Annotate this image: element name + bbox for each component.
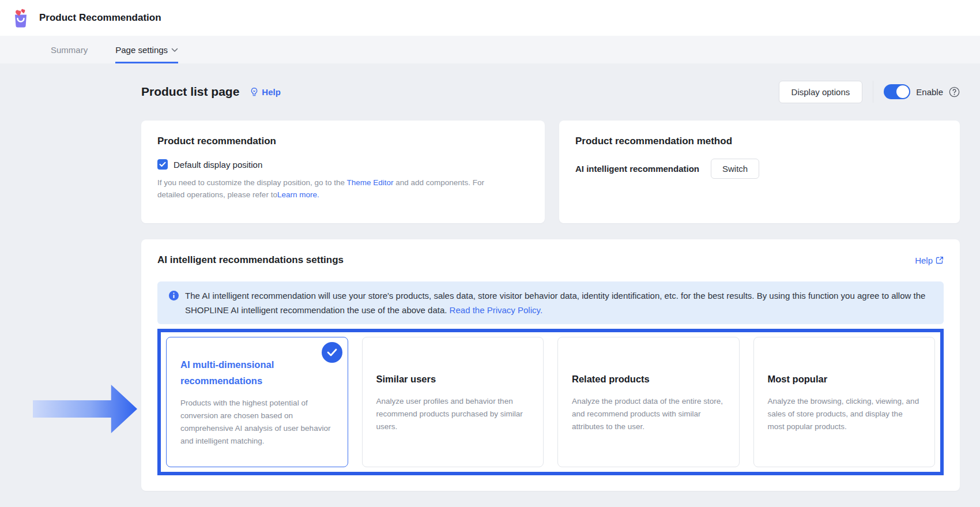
tab-summary-label: Summary xyxy=(51,45,88,55)
tab-summary[interactable]: Summary xyxy=(51,36,88,63)
tab-bar: Summary Page settings xyxy=(0,36,980,63)
learn-more-link[interactable]: Learn more. xyxy=(277,190,319,199)
recommendation-method-title: Product recommendation method xyxy=(575,136,944,147)
banner-body-text: The AI intelligent recommendation will u… xyxy=(185,291,925,315)
question-circle-icon[interactable] xyxy=(949,87,960,97)
default-position-checkbox[interactable] xyxy=(157,159,168,170)
external-link-icon xyxy=(936,256,944,264)
option-description: Analyze the product data of the entire s… xyxy=(572,395,725,433)
lightbulb-icon xyxy=(250,87,259,97)
position-description: If you need to customize the display pos… xyxy=(157,176,499,201)
option-card-related-products[interactable]: Related products Analyze the product dat… xyxy=(557,337,740,467)
ai-settings-help-link[interactable]: Help xyxy=(915,256,944,265)
ai-settings-card: AI intelligent recommendations settings … xyxy=(141,239,960,491)
ai-info-banner: The AI intelligent recommendation will u… xyxy=(157,281,944,324)
default-position-label: Default display position xyxy=(174,160,262,170)
ai-settings-title: AI intelligent recommendations settings xyxy=(157,254,344,266)
product-recommendation-card: Product recommendation Default display p… xyxy=(141,121,545,223)
app-header: Product Recommendation xyxy=(0,0,980,36)
page-help-label: Help xyxy=(262,87,281,97)
method-name: AI intelligent recommendation xyxy=(575,164,699,174)
tab-page-settings-label: Page settings xyxy=(115,45,168,55)
display-options-button[interactable]: Display options xyxy=(779,81,863,103)
page-title: Product list page xyxy=(141,85,239,99)
desc-text-1: If you need to customize the display pos… xyxy=(157,178,346,187)
privacy-policy-link[interactable]: Read the Privacy Policy. xyxy=(450,305,542,315)
option-card-similar-users[interactable]: Similar users Analyze user profiles and … xyxy=(362,337,544,467)
option-title: AI multi-dimensional recommendations xyxy=(180,356,334,389)
toggle-knob xyxy=(896,85,909,98)
enable-toggle[interactable] xyxy=(884,84,910,99)
app-title: Product Recommendation xyxy=(39,12,161,24)
check-circle-icon xyxy=(322,342,342,363)
option-description: Analyze the browsing, clicking, viewing,… xyxy=(768,395,921,433)
page-head: Product list page Help Display options E… xyxy=(141,78,960,106)
banner-text: The AI intelligent recommendation will u… xyxy=(185,288,932,317)
vertical-divider xyxy=(873,81,873,103)
switch-button[interactable]: Switch xyxy=(711,159,759,179)
recommendation-method-card: Product recommendation method AI intelli… xyxy=(559,121,960,223)
annotation-highlight-box: AI multi-dimensional recommendations Pro… xyxy=(157,329,944,475)
option-title: Most popular xyxy=(768,371,921,387)
option-title: Related products xyxy=(572,371,725,387)
product-recommendation-title: Product recommendation xyxy=(157,136,529,147)
tab-page-settings[interactable]: Page settings xyxy=(115,36,178,63)
chevron-down-icon xyxy=(171,46,178,54)
main-content: Product list page Help Display options E… xyxy=(0,63,980,491)
info-circle-icon xyxy=(169,291,179,317)
option-description: Products with the highest potential of c… xyxy=(180,397,334,448)
theme-editor-link[interactable]: Theme Editor xyxy=(346,178,393,187)
option-title: Similar users xyxy=(376,371,530,387)
option-card-most-popular[interactable]: Most popular Analyze the browsing, click… xyxy=(753,337,936,467)
ai-settings-help-label: Help xyxy=(915,256,933,265)
option-card-ai-multi-dimensional[interactable]: AI multi-dimensional recommendations Pro… xyxy=(166,337,348,467)
enable-label: Enable xyxy=(916,87,943,97)
app-logo-icon xyxy=(10,7,32,29)
option-description: Analyze user profiles and behavior then … xyxy=(376,395,530,433)
page-help-link[interactable]: Help xyxy=(250,87,281,97)
